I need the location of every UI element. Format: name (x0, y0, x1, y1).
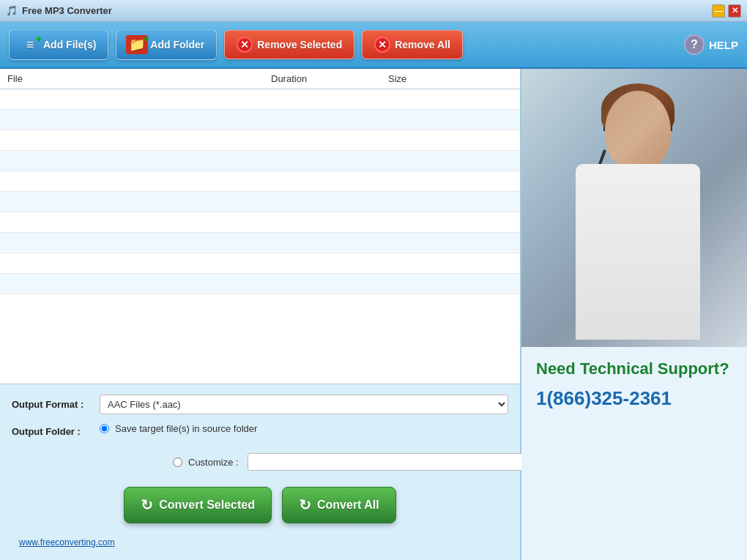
convert-all-icon: ↻ (299, 496, 311, 514)
table-row (0, 233, 520, 253)
customize-radio[interactable] (173, 458, 182, 467)
output-format-row: Output Format : AAC Files (*.aac) MP3 Fi… (12, 395, 508, 414)
col-size: Size (388, 73, 513, 84)
output-folder-section: Output Folder : Save target file(s) in s… (12, 423, 508, 471)
footer-link[interactable]: www.freeconverting.com (19, 537, 115, 548)
title-bar-left: 🎵 Free MP3 Converter (6, 5, 112, 16)
remove-all-icon: ✕ (374, 37, 390, 53)
remove-all-label: Remove All (395, 39, 450, 51)
customize-input[interactable] (248, 453, 527, 471)
table-row (0, 110, 520, 130)
table-row (0, 253, 520, 274)
add-folder-icon: 📁 + (128, 36, 146, 53)
left-panel: File Duration Size Output (0, 69, 521, 560)
add-folder-button[interactable]: 📁 + Add Folder (116, 29, 217, 60)
remove-all-button[interactable]: ✕ Remove All (362, 30, 463, 59)
support-text: Need Technical Support? 1(866)325-2361 (521, 347, 747, 422)
folder-plus-badge: + (143, 33, 149, 45)
save-in-source-row: Save target file(s) in source folder (100, 423, 257, 434)
remove-selected-icon: ✕ (237, 37, 253, 53)
convert-selected-icon: ↻ (141, 496, 153, 514)
col-duration: Duration (271, 73, 388, 84)
table-row (0, 130, 520, 151)
file-list-body[interactable] (0, 89, 520, 384)
table-row (0, 151, 520, 171)
main-content: File Duration Size Output (0, 69, 747, 560)
save-in-source-radio[interactable] (100, 424, 109, 433)
output-folder-label: Output Folder : (12, 426, 92, 437)
app-title: Free MP3 Converter (22, 5, 112, 16)
table-row (0, 274, 520, 294)
table-row (0, 171, 520, 192)
plus-badge: + (36, 33, 42, 45)
convert-all-label: Convert All (317, 499, 379, 512)
customize-label: Customize : (188, 457, 239, 468)
minimize-button[interactable]: — (712, 4, 725, 18)
app-icon: 🎵 (6, 5, 18, 16)
output-format-select[interactable]: AAC Files (*.aac) MP3 Files (*.mp3) WMA … (100, 395, 508, 414)
convert-selected-button[interactable]: ↻ Convert Selected (124, 487, 272, 523)
remove-selected-label: Remove Selected (257, 39, 342, 51)
convert-selected-label: Convert Selected (159, 499, 255, 512)
person-illustration (561, 76, 707, 340)
file-list-header: File Duration Size (0, 69, 520, 89)
convert-all-button[interactable]: ↻ Convert All (282, 487, 396, 523)
footer-link-container: www.freeconverting.com (12, 532, 508, 554)
col-file: File (7, 73, 271, 84)
help-label: HELP (709, 39, 738, 51)
table-row (0, 212, 520, 233)
remove-selected-button[interactable]: ✕ Remove Selected (224, 30, 354, 59)
file-list-container: File Duration Size (0, 69, 520, 384)
title-bar-controls: — ✕ (712, 4, 741, 18)
help-button[interactable]: ? HELP (684, 34, 738, 55)
add-files-label: Add File(s) (43, 39, 96, 51)
add-files-icon: ≡ + (21, 36, 39, 53)
person-body (576, 164, 700, 340)
support-image (521, 69, 747, 347)
add-folder-label: Add Folder (150, 39, 204, 51)
support-phone: 1(866)325-2361 (536, 387, 732, 410)
toolbar: ≡ + Add File(s) 📁 + Add Folder ✕ Remove … (0, 22, 747, 69)
help-icon: ? (684, 34, 705, 55)
output-format-label: Output Format : (12, 399, 92, 410)
files-icon: ≡ (26, 37, 34, 53)
table-row (0, 192, 520, 212)
right-panel: Need Technical Support? 1(866)325-2361 (521, 69, 747, 560)
person-head (605, 91, 671, 171)
settings-panel: Output Format : AAC Files (*.aac) MP3 Fi… (0, 384, 520, 560)
table-row (0, 89, 520, 110)
close-button[interactable]: ✕ (728, 4, 741, 18)
support-heading: Need Technical Support? (536, 359, 732, 380)
action-buttons: ↻ Convert Selected ↻ Convert All (12, 479, 508, 532)
save-in-source-label: Save target file(s) in source folder (115, 423, 257, 434)
title-bar: 🎵 Free MP3 Converter — ✕ (0, 0, 747, 22)
add-files-button[interactable]: ≡ + Add File(s) (9, 29, 108, 60)
customize-row: Customize : Browse... (92, 453, 589, 471)
